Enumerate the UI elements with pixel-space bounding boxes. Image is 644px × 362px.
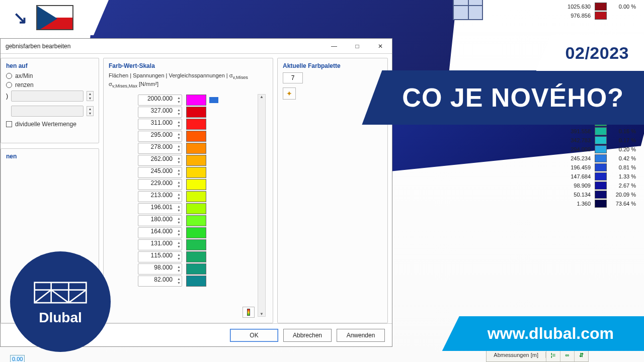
spinner-arrows[interactable]: ▲▼ bbox=[175, 96, 181, 105]
apply-button[interactable]: Anwenden bbox=[337, 329, 385, 342]
legend-row: 1025.6300.00 % bbox=[520, 2, 636, 11]
scale-row: 295.000▲▼ bbox=[138, 130, 238, 142]
svg-line-4 bbox=[69, 290, 87, 303]
scale-row: 98.000▲▼ bbox=[138, 263, 238, 275]
spinner-arrows[interactable]: ▲▼ bbox=[175, 216, 181, 225]
radio-grenzen[interactable]: renzen bbox=[6, 81, 94, 88]
legend-value: 147.684 bbox=[555, 173, 591, 179]
view-cube[interactable] bbox=[453, 0, 483, 20]
dialog-titlebar[interactable]: gebnisfarben bearbeiten — □ ✕ bbox=[1, 39, 392, 54]
legend-value: 1025.630 bbox=[555, 4, 591, 10]
spinner-arrows[interactable]: ▲▼ bbox=[87, 106, 94, 116]
scale-value-input[interactable]: 131.000▲▼ bbox=[138, 239, 182, 250]
scale-value-input[interactable]: 2000.000▲▼ bbox=[138, 95, 182, 106]
radio-maxmin[interactable]: ax/Min bbox=[6, 72, 94, 79]
spinner-arrows[interactable]: ▲▼ bbox=[175, 120, 181, 129]
legend-value: 342.783 bbox=[555, 137, 591, 143]
spinner-arrows[interactable]: ▲▼ bbox=[175, 204, 181, 213]
scale-value-input[interactable]: 213.000▲▼ bbox=[138, 191, 182, 202]
spinner-arrows[interactable]: ▲▼ bbox=[175, 264, 181, 274]
color-swatch[interactable] bbox=[186, 131, 206, 142]
color-swatch[interactable] bbox=[186, 227, 206, 238]
color-swatch[interactable] bbox=[186, 191, 206, 202]
scale-row: 196.001▲▼ bbox=[138, 203, 238, 215]
panel-heading: Aktuelle Farbpalette bbox=[283, 62, 382, 69]
window-maximize-button[interactable]: □ bbox=[346, 39, 369, 54]
color-swatch[interactable] bbox=[186, 263, 206, 275]
legend-percent: 2.67 % bbox=[611, 183, 636, 189]
locale-tab: ↘ bbox=[0, 0, 109, 35]
scale-value-input[interactable]: 196.001▲▼ bbox=[138, 203, 182, 214]
color-swatch[interactable] bbox=[186, 119, 206, 130]
spinner-arrows[interactable]: ▲▼ bbox=[87, 91, 94, 101]
scale-value-input[interactable]: 115.000▲▼ bbox=[138, 251, 182, 262]
current-palette-panel: Aktuelle Farbpalette 7 ✦ bbox=[277, 58, 388, 323]
scale-tool-button[interactable] bbox=[243, 307, 255, 318]
legend-row: 1.36073.64 % bbox=[520, 199, 636, 208]
legend-value: 976.856 bbox=[555, 13, 591, 19]
color-swatch[interactable] bbox=[186, 276, 206, 287]
scale-value-input[interactable]: 180.000▲▼ bbox=[138, 215, 182, 226]
color-swatch[interactable] bbox=[186, 167, 206, 178]
spinner-arrows[interactable]: ▲▼ bbox=[175, 192, 181, 201]
color-swatch[interactable] bbox=[186, 107, 206, 118]
scale-row: 131.000▲▼ bbox=[138, 239, 238, 251]
limit-input[interactable] bbox=[11, 106, 84, 117]
scale-value-input[interactable]: 164.000▲▼ bbox=[138, 227, 182, 238]
scale-value-input[interactable]: 311.000▲▼ bbox=[138, 119, 182, 130]
legend-swatch bbox=[595, 163, 607, 171]
scale-value-input[interactable]: 229.000▲▼ bbox=[138, 179, 182, 190]
color-swatch[interactable] bbox=[186, 143, 206, 154]
spinner-arrows[interactable]: ▲▼ bbox=[175, 132, 181, 141]
legend-row: 50.13420.09 % bbox=[520, 190, 636, 199]
spinner-arrows[interactable]: ▲▼ bbox=[175, 252, 181, 261]
coord-readout: 0.00 bbox=[10, 356, 25, 362]
color-swatch[interactable] bbox=[186, 239, 206, 250]
scale-row: 213.000▲▼ bbox=[138, 191, 238, 203]
palette-count-input[interactable]: 7 bbox=[283, 72, 303, 83]
spinner-arrows[interactable]: ▲▼ bbox=[175, 228, 181, 237]
limit-input[interactable] bbox=[11, 90, 84, 102]
spinner-arrows[interactable]: ▲▼ bbox=[175, 240, 181, 249]
scale-cursor-icon bbox=[209, 97, 218, 103]
scale-value-input[interactable]: 245.000▲▼ bbox=[138, 167, 182, 178]
ok-button[interactable]: OK bbox=[230, 329, 278, 342]
cancel-button[interactable]: Abbrechen bbox=[283, 329, 332, 342]
spinner-arrows[interactable]: ▲▼ bbox=[175, 108, 181, 117]
window-minimize-button[interactable]: — bbox=[323, 39, 346, 54]
color-swatch[interactable] bbox=[186, 179, 206, 190]
arrow-down-right-icon: ↘ bbox=[13, 8, 27, 28]
color-swatch[interactable] bbox=[186, 155, 206, 166]
scrollbar[interactable] bbox=[258, 94, 266, 317]
spinner-arrows[interactable]: ▲▼ bbox=[175, 168, 181, 177]
scale-value-input[interactable]: 327.000▲▼ bbox=[138, 107, 182, 118]
scale-row: 2000.000▲▼ bbox=[138, 94, 238, 106]
legend-swatch bbox=[595, 191, 607, 199]
checkbox-individual-values[interactable]: dividuelle Wertemenge bbox=[6, 121, 94, 128]
svg-line-3 bbox=[51, 290, 69, 303]
color-swatch[interactable] bbox=[186, 203, 206, 214]
legend-row: 98.9092.67 % bbox=[520, 181, 636, 190]
legend-swatch bbox=[595, 182, 607, 190]
panel-heading: Farb-Wert-Skala bbox=[109, 62, 268, 69]
new-palette-button[interactable]: ✦ bbox=[283, 87, 296, 100]
spinner-arrows[interactable]: ▲▼ bbox=[175, 180, 181, 189]
scale-row: 278.000▲▼ bbox=[138, 142, 238, 154]
window-close-button[interactable]: ✕ bbox=[369, 39, 392, 54]
legend-percent: 20.09 % bbox=[611, 192, 636, 198]
scale-row: 245.000▲▼ bbox=[138, 166, 238, 178]
legend-row: 294.0090.20 % bbox=[520, 145, 636, 154]
spinner-arrows[interactable]: ▲▼ bbox=[175, 144, 181, 153]
scale-row: 229.000▲▼ bbox=[138, 178, 238, 191]
spinner-arrows[interactable]: ▲▼ bbox=[175, 156, 181, 165]
scale-value-input[interactable]: 82.000▲▼ bbox=[138, 276, 182, 287]
color-swatch[interactable] bbox=[186, 95, 206, 106]
color-swatch[interactable] bbox=[186, 251, 206, 262]
scale-value-input[interactable]: 98.000▲▼ bbox=[138, 263, 182, 275]
legend-row: 391.5580.16 % bbox=[520, 127, 636, 136]
color-swatch[interactable] bbox=[186, 215, 206, 226]
spinner-arrows[interactable]: ▲▼ bbox=[175, 277, 181, 286]
scale-value-input[interactable]: 262.000▲▼ bbox=[138, 155, 182, 166]
scale-value-input[interactable]: 295.000▲▼ bbox=[138, 131, 182, 142]
scale-value-input[interactable]: 278.000▲▼ bbox=[138, 143, 182, 154]
